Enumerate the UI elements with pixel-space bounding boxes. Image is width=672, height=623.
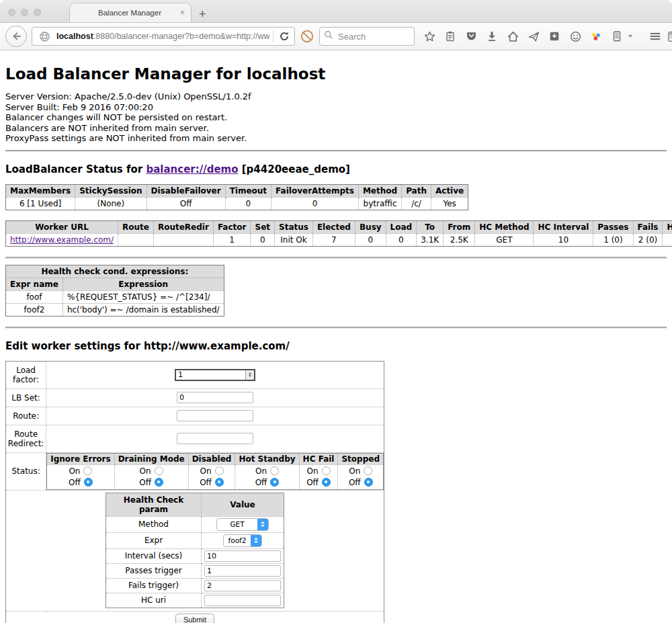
minimize-window-button[interactable] <box>21 9 28 16</box>
submit-button[interactable]: Submit <box>175 614 214 623</box>
content-blocker-icon[interactable] <box>300 29 314 44</box>
reload-button[interactable] <box>277 29 292 44</box>
col-timeout: Timeout <box>225 184 271 197</box>
draining-mode-on-radio[interactable] <box>155 466 163 475</box>
form-row-status: Status: Ignore Errors Draining Mode Disa… <box>6 452 384 490</box>
col-disablefailover: DisableFailover <box>146 184 225 197</box>
pocket-icon[interactable] <box>464 29 478 44</box>
edit-worker-form: Load factor: LB Set: Route: Route Redire… <box>5 361 384 623</box>
hc-interval-input[interactable] <box>204 550 281 562</box>
hot-standby-off-radio[interactable] <box>270 478 279 487</box>
disabled-off-radio[interactable] <box>215 478 224 487</box>
route-redirect-input[interactable] <box>177 433 253 444</box>
col-stopped: Stopped <box>338 453 384 464</box>
url-path: :8880/balancer-manager?b=demo&w=http://w… <box>93 32 269 41</box>
page-title: Load Balancer Manager for localhost <box>5 65 667 83</box>
col-failoverattempts: FailoverAttempts <box>271 184 359 197</box>
hot-standby-on-radio[interactable] <box>270 466 279 475</box>
server-info: Server Version: Apache/2.5.0-dev (Unix) … <box>5 91 667 144</box>
worker-url-link[interactable]: http://www.example.com/ <box>10 235 114 245</box>
url-host: localhost <box>56 32 93 41</box>
downloads-icon[interactable] <box>485 29 499 44</box>
health-check-params-table: Health Check param Value Method GET <box>106 493 284 608</box>
stopped-on-radio[interactable] <box>364 466 372 475</box>
select-stepper-icon <box>257 519 268 530</box>
feedback-smiley-icon[interactable] <box>568 29 583 44</box>
stopped-off-radio[interactable] <box>364 478 373 487</box>
container-extension-icon[interactable] <box>610 29 624 44</box>
hc-fail-off-radio[interactable] <box>322 478 331 487</box>
load-factor-input[interactable] <box>176 370 245 380</box>
new-tab-button[interactable]: + <box>199 8 206 20</box>
lb-set-input[interactable] <box>177 392 253 403</box>
ignore-errors-on-radio[interactable] <box>83 466 92 475</box>
stopped-cell: On Off <box>338 464 384 489</box>
table-header-row: Ignore Errors Draining Mode Disabled Hot… <box>47 453 384 464</box>
status-radio-row: On Off On Off On Off <box>47 464 384 489</box>
globe-icon <box>37 29 52 44</box>
save-to-device-icon[interactable] <box>547 29 562 44</box>
draining-mode-off-radio[interactable] <box>155 478 163 487</box>
close-window-button[interactable] <box>8 9 15 16</box>
page-grid-extension-icon[interactable] <box>667 29 672 44</box>
reading-list-icon[interactable] <box>443 29 458 44</box>
status-label: Status: <box>6 452 46 490</box>
back-button[interactable] <box>5 26 27 47</box>
col-ignore-errors: Ignore Errors <box>47 453 114 464</box>
route-label: Route: <box>6 407 46 425</box>
route-input[interactable] <box>177 410 253 421</box>
table-row: 6 [1 Used] (None) Off 0 0 bytraffic /c/ … <box>6 197 468 210</box>
hc-fail-on-radio[interactable] <box>322 466 331 475</box>
hc-passes-input[interactable] <box>204 565 281 577</box>
colored-dots-extension-icon[interactable] <box>589 29 603 44</box>
search-bar[interactable] <box>319 27 415 46</box>
ignore-errors-off-radio[interactable] <box>84 478 93 487</box>
table-title-row: Health check cond. expressions: <box>6 265 224 278</box>
form-row-load-factor: Load factor: <box>6 361 384 388</box>
hc-method-select[interactable]: GET <box>216 518 269 531</box>
col-hot-standby: Hot Standby <box>235 453 299 464</box>
tab-balancer-manager[interactable]: Balancer Manager × <box>69 3 192 22</box>
hc-fails-input[interactable] <box>204 580 281 591</box>
tab-close-icon[interactable]: × <box>180 8 191 17</box>
hc-fail-cell: On Off <box>299 464 338 489</box>
browser-window: Balancer Manager × + localhost:8880/bala… <box>0 0 672 623</box>
col-path: Path <box>402 184 431 197</box>
table-header-row: MaxMembers StickySession DisableFailover… <box>6 184 468 197</box>
col-disabled: Disabled <box>188 453 235 464</box>
col-method: Method <box>358 184 401 197</box>
number-spinner-icon[interactable] <box>245 370 254 380</box>
table-header-row: Expr name Expression <box>6 278 224 290</box>
hc-expr-select[interactable]: foof2 <box>223 534 262 547</box>
proxypass-note-line: ProxyPass settings are NOT inherited fro… <box>5 133 667 144</box>
tab-title: Balancer Manager <box>70 9 180 17</box>
search-icon <box>324 30 333 42</box>
hc-expressions-title: Health check cond. expressions: <box>6 265 224 278</box>
col-draining-mode: Draining Mode <box>114 453 188 464</box>
col-hc-value: Value <box>202 493 284 516</box>
toolbar-icons <box>422 29 632 44</box>
menu-button[interactable] <box>648 29 662 44</box>
divider <box>5 257 667 259</box>
hot-standby-cell: On Off <box>235 464 299 489</box>
ignore-errors-cell: On Off <box>47 464 114 489</box>
home-icon[interactable] <box>505 29 520 44</box>
search-input[interactable] <box>337 31 407 42</box>
form-row-route: Route: <box>6 407 384 425</box>
tab-bar: Balancer Manager × + <box>0 0 672 22</box>
chevron-down-icon[interactable] <box>628 35 632 38</box>
navigation-toolbar: localhost:8880/balancer-manager?b=demo&w… <box>0 22 672 50</box>
bookmark-star-icon[interactable] <box>422 29 437 44</box>
url-bar[interactable]: localhost:8880/balancer-manager?b=demo&w… <box>32 27 295 46</box>
hc-interval-row: Interval (secs) <box>106 548 284 563</box>
balancer-status-table: MaxMembers StickySession DisableFailover… <box>5 184 468 210</box>
load-factor-stepper[interactable] <box>175 369 255 381</box>
maximize-window-button[interactable] <box>34 9 41 16</box>
balancer-demo-link[interactable]: balancer://demo <box>146 163 238 175</box>
heading-suffix: [p4420eeae_demo] <box>239 163 350 175</box>
hc-fails-row: Fails trigger) <box>106 578 284 593</box>
disabled-on-radio[interactable] <box>215 466 224 475</box>
send-tab-icon[interactable] <box>526 29 541 44</box>
url-text: localhost:8880/balancer-manager?b=demo&w… <box>56 32 269 41</box>
hc-uri-input[interactable] <box>204 595 281 606</box>
